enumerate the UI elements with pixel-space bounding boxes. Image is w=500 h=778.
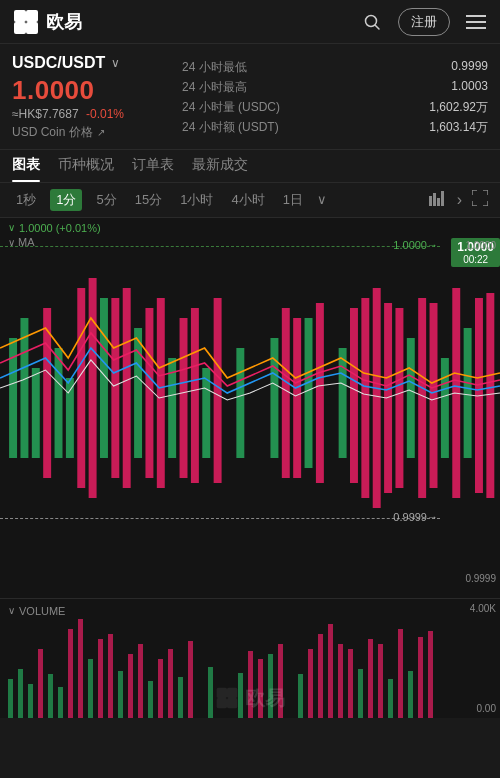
interval-15m[interactable]: 15分 <box>131 189 166 211</box>
svg-rect-27 <box>441 358 449 458</box>
coin-label: USD Coin 价格 ↗ <box>12 124 172 141</box>
chevron-down-icon-vol: ∨ <box>8 605 15 616</box>
pair-dropdown-icon[interactable]: ∨ <box>111 56 120 70</box>
svg-rect-42 <box>350 308 358 483</box>
svg-rect-43 <box>361 298 369 498</box>
interval-1d[interactable]: 1日 <box>279 189 307 211</box>
chart-fullscreen-button[interactable] <box>472 190 488 210</box>
low-label: 24 小时最低 <box>182 59 421 76</box>
svg-rect-31 <box>89 278 97 498</box>
interval-1h[interactable]: 1小时 <box>176 189 217 211</box>
svg-rect-60 <box>178 677 183 718</box>
svg-rect-53 <box>18 669 23 718</box>
external-link-icon[interactable]: ↗ <box>97 127 105 138</box>
low-value: 0.9999 <box>429 59 488 76</box>
svg-rect-28 <box>464 328 472 458</box>
tab-recent-trades[interactable]: 最新成交 <box>192 156 248 182</box>
svg-rect-16 <box>55 348 63 458</box>
svg-rect-73 <box>128 654 133 718</box>
main-chart[interactable]: ∨ 1.0000 (+0.01%) ∨ MA 1.0000→ 0.9999→ 1… <box>0 218 500 598</box>
overlay-price-line: ∨ 1.0000 (+0.01%) <box>8 222 101 234</box>
svg-rect-86 <box>368 639 373 718</box>
high-label: 24 小时最高 <box>182 79 421 96</box>
svg-rect-77 <box>188 641 193 718</box>
svg-rect-54 <box>28 684 33 718</box>
chart-type-button[interactable] <box>429 190 447 210</box>
svg-rect-65 <box>358 669 363 718</box>
interval-5m[interactable]: 5分 <box>92 189 120 211</box>
volume-label: ∨ VOLUME <box>8 605 65 617</box>
current-price: 1.0000 <box>12 76 172 105</box>
svg-rect-24 <box>305 318 313 468</box>
chevron-down-icon: ∨ <box>8 222 15 233</box>
svg-rect-23 <box>270 338 278 458</box>
svg-rect-92 <box>227 688 237 698</box>
vol-usdc-label: 24 小时量 (USDC) <box>182 99 421 116</box>
chart-svg <box>0 218 500 598</box>
search-button[interactable] <box>360 10 384 34</box>
svg-rect-36 <box>180 318 188 478</box>
svg-rect-71 <box>98 639 103 718</box>
svg-rect-25 <box>339 348 347 458</box>
svg-rect-81 <box>308 649 313 718</box>
svg-rect-34 <box>145 308 153 478</box>
watermark-text: 欧易 <box>245 685 285 712</box>
volume-section: ∨ VOLUME <box>0 598 500 718</box>
svg-rect-1 <box>26 10 38 22</box>
svg-rect-93 <box>217 698 227 708</box>
svg-rect-46 <box>395 308 403 488</box>
svg-rect-37 <box>191 308 199 483</box>
vol-price-bottom: 0.00 <box>470 703 496 714</box>
hk-price: ≈HK$7.7687 -0.01% <box>12 107 172 121</box>
svg-rect-57 <box>88 659 93 718</box>
svg-rect-83 <box>328 624 333 718</box>
svg-rect-10 <box>433 193 436 206</box>
logo-area: 欧易 <box>12 8 82 36</box>
svg-rect-48 <box>430 303 438 488</box>
svg-rect-84 <box>338 644 343 718</box>
svg-rect-85 <box>348 649 353 718</box>
trading-pair: USDC/USDT <box>12 54 105 72</box>
price-section: USDC/USDT ∨ 1.0000 ≈HK$7.7687 -0.01% USD… <box>0 44 500 150</box>
svg-rect-41 <box>316 303 324 483</box>
svg-rect-56 <box>58 687 63 718</box>
header-right: 注册 <box>360 8 488 36</box>
volume-title: VOLUME <box>19 605 65 617</box>
interval-row: 1秒 1分 5分 15分 1小时 4小时 1日 ∨ › <box>0 183 500 218</box>
svg-rect-87 <box>378 644 383 718</box>
interval-4h[interactable]: 4小时 <box>227 189 268 211</box>
svg-rect-82 <box>318 634 323 718</box>
svg-rect-91 <box>217 688 227 698</box>
chart-nav-button[interactable]: › <box>457 191 462 209</box>
tabs-row: 图表 币种概况 订单表 最新成交 <box>0 150 500 183</box>
svg-rect-12 <box>441 191 444 206</box>
interval-1s[interactable]: 1秒 <box>12 189 40 211</box>
menu-button[interactable] <box>464 10 488 34</box>
chart-overlay-info: ∨ 1.0000 (+0.01%) ∨ MA <box>8 222 101 248</box>
overlay-ma: ∨ MA <box>8 236 101 248</box>
tab-order-book[interactable]: 订单表 <box>132 156 174 182</box>
svg-rect-88 <box>398 629 403 718</box>
svg-rect-61 <box>208 667 213 718</box>
interval-more-button[interactable]: ∨ <box>317 192 327 207</box>
svg-rect-22 <box>236 348 244 458</box>
svg-rect-89 <box>418 637 423 718</box>
pair-row: USDC/USDT ∨ <box>12 54 172 72</box>
svg-rect-94 <box>227 698 237 708</box>
logo-text: 欧易 <box>46 10 82 34</box>
register-button[interactable]: 注册 <box>398 8 450 36</box>
svg-rect-33 <box>123 288 131 488</box>
svg-rect-35 <box>157 298 165 488</box>
svg-line-5 <box>376 25 380 29</box>
svg-rect-47 <box>418 298 426 498</box>
svg-rect-59 <box>148 681 153 718</box>
tab-coin-overview[interactable]: 币种概况 <box>58 156 114 182</box>
tab-chart[interactable]: 图表 <box>12 156 40 182</box>
svg-rect-44 <box>373 288 381 508</box>
svg-rect-74 <box>138 644 143 718</box>
price-change: -0.01% <box>86 107 124 121</box>
svg-rect-67 <box>408 671 413 718</box>
interval-1m[interactable]: 1分 <box>50 189 82 211</box>
chevron-down-icon-2: ∨ <box>8 237 15 248</box>
svg-rect-66 <box>388 679 393 718</box>
